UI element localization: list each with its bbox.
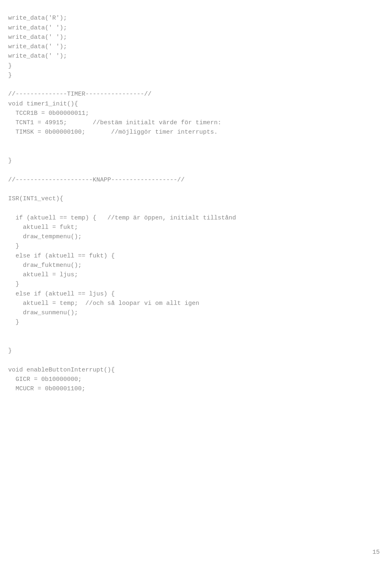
code-line <box>8 137 384 147</box>
code-line: draw_fuktmenu(); <box>8 261 384 270</box>
code-line: } <box>8 71 384 80</box>
code-line: write_data(' '); <box>8 23 384 33</box>
code-line: TCCR1B = 0b00000011; <box>8 109 384 118</box>
code-line: MCUCR = 0b00001100; <box>8 384 384 394</box>
code-line: } <box>8 346 384 356</box>
code-line <box>8 327 384 337</box>
code-line: aktuell = temp; //och så loopar vi om al… <box>8 299 384 308</box>
code-line: draw_sunmenu(); <box>8 308 384 318</box>
code-line: } <box>8 156 384 166</box>
code-line <box>8 80 384 90</box>
code-line: write_data('R'); <box>8 13 384 23</box>
code-line <box>8 166 384 175</box>
code-line <box>8 204 384 213</box>
code-line: } <box>8 280 384 289</box>
page-number: 15 <box>372 549 380 556</box>
code-line: ISR(INT1_vect){ <box>8 194 384 204</box>
code-line: void timer1_init(){ <box>8 99 384 109</box>
code-block: write_data('R');write_data(' ');write_da… <box>0 0 392 402</box>
code-line: TIMSK = 0b00000100; //möjliggör timer in… <box>8 128 384 137</box>
code-line: else if (aktuell == fukt) { <box>8 251 384 261</box>
code-line: } <box>8 242 384 251</box>
code-line: GICR = 0b10000000; <box>8 375 384 384</box>
code-line: //---------------------KNAPP------------… <box>8 175 384 185</box>
code-line: write_data(' '); <box>8 42 384 51</box>
code-line: TCNT1 = 49915; //bestäm initialt värde f… <box>8 118 384 128</box>
code-line: else if (aktuell == ljus) { <box>8 289 384 299</box>
code-line: if (aktuell == temp) { //temp är öppen, … <box>8 213 384 223</box>
code-line: aktuell = ljus; <box>8 270 384 280</box>
code-line <box>8 337 384 346</box>
code-line <box>8 185 384 194</box>
code-line: draw_tempmenu(); <box>8 232 384 242</box>
code-line: //--------------TIMER----------------// <box>8 90 384 99</box>
code-line: } <box>8 318 384 327</box>
code-line: aktuell = fukt; <box>8 223 384 232</box>
code-line: write_data(' '); <box>8 33 384 42</box>
code-line: write_data(' '); <box>8 51 384 61</box>
code-line: void enableButtonInterrupt(){ <box>8 365 384 375</box>
code-line <box>8 147 384 156</box>
code-line: } <box>8 61 384 71</box>
code-line <box>8 356 384 365</box>
